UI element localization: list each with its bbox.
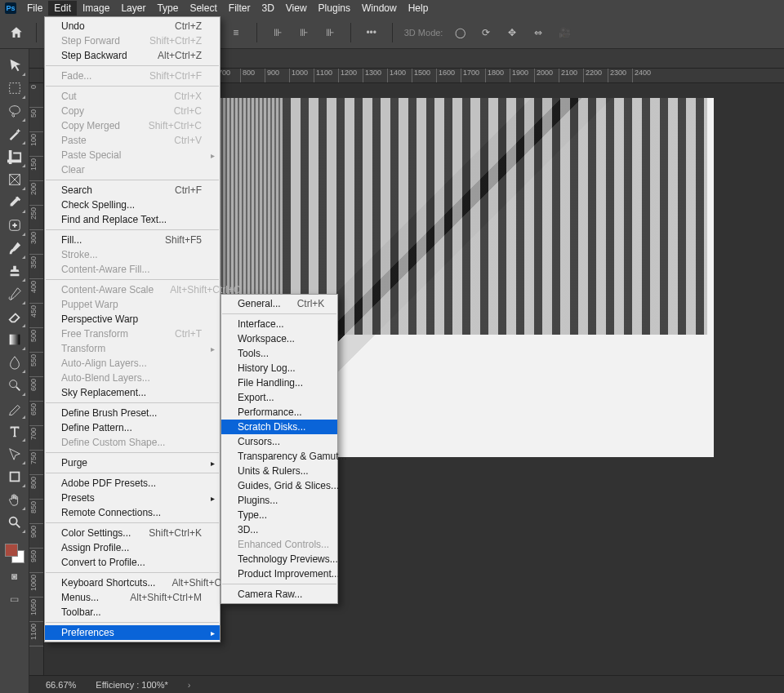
align-space-icon[interactable]: ≡ <box>227 24 245 42</box>
edit-convert-to-profile[interactable]: Convert to Profile... <box>45 555 220 570</box>
status-chevron-icon[interactable]: › <box>188 680 191 690</box>
menu-select[interactable]: Select <box>184 1 222 16</box>
edit-define-custom-shape: Define Custom Shape... <box>45 435 220 450</box>
shape-tool[interactable] <box>5 467 24 486</box>
screen-mode-icon[interactable]: ▭ <box>5 589 24 609</box>
gradient-tool[interactable] <box>5 330 24 349</box>
edit-color-settings[interactable]: Color Settings...Shift+Ctrl+K <box>45 526 220 540</box>
marquee-tool[interactable] <box>5 78 24 98</box>
menu-type[interactable]: Type <box>151 1 184 16</box>
zoom-level[interactable]: 66.67% <box>46 680 76 690</box>
menu-image[interactable]: Image <box>77 1 115 16</box>
lasso-tool[interactable] <box>5 101 24 121</box>
type-tool[interactable] <box>5 421 24 441</box>
prefs-technology-previews[interactable]: Technology Previews... <box>221 552 337 566</box>
blur-tool[interactable] <box>5 353 24 372</box>
edit-purge[interactable]: Purge▸ <box>45 455 220 470</box>
prefs-performance[interactable]: Performance... <box>221 405 337 420</box>
edit-find-and-replace-text[interactable]: Find and Replace Text... <box>45 212 220 227</box>
prefs-export[interactable]: Export... <box>221 390 337 405</box>
prefs-workspace[interactable]: Workspace... <box>221 331 337 346</box>
edit-undo[interactable]: UndoCtrl+Z <box>45 19 220 33</box>
pen-tool[interactable] <box>5 398 24 418</box>
edit-define-pattern[interactable]: Define Pattern... <box>45 420 220 435</box>
stamp-tool[interactable] <box>5 261 24 281</box>
prefs-general[interactable]: General...Ctrl+K <box>221 296 337 311</box>
svg-rect-3 <box>9 335 20 345</box>
3d-pan-icon[interactable]: ✥ <box>503 24 521 42</box>
edit-step-backward[interactable]: Step BackwardAlt+Ctrl+Z <box>45 48 220 63</box>
prefs-camera-raw[interactable]: Camera Raw... <box>221 587 337 602</box>
dodge-tool[interactable] <box>5 375 24 395</box>
menu-view[interactable]: View <box>280 1 313 16</box>
menu-window[interactable]: Window <box>356 1 403 16</box>
prefs-transparency-gamut[interactable]: Transparency & Gamut... <box>221 449 337 464</box>
3d-orbit-icon[interactable]: ◯ <box>451 24 469 42</box>
edit-fill[interactable]: Fill...Shift+F5 <box>45 233 220 247</box>
distribute-space-icon[interactable]: ⊪ <box>321 24 339 42</box>
move-tool[interactable] <box>5 56 24 75</box>
prefs-scratch-disks[interactable]: Scratch Disks... <box>221 420 337 434</box>
prefs-tools[interactable]: Tools... <box>221 346 337 361</box>
frame-tool[interactable] <box>5 170 24 189</box>
3d-zoom-icon[interactable]: 🎥 <box>555 24 573 42</box>
edit-toolbar[interactable]: Toolbar... <box>45 605 220 620</box>
menubar: Ps FileEditImageLayerTypeSelectFilter3DV… <box>0 0 784 16</box>
prefs-cursors[interactable]: Cursors... <box>221 434 337 449</box>
color-swatch[interactable] <box>5 544 24 563</box>
crop-tool[interactable] <box>5 147 24 167</box>
edit-preferences[interactable]: Preferences▸ <box>45 625 220 640</box>
edit-remote-connections[interactable]: Remote Connections... <box>45 505 220 520</box>
edit-keyboard-shortcuts[interactable]: Keyboard Shortcuts...Alt+Shift+Ctrl+K <box>45 575 220 590</box>
prefs-file-handling[interactable]: File Handling... <box>221 375 337 390</box>
menu-edit[interactable]: Edit <box>48 1 77 16</box>
home-button[interactable] <box>8 24 24 41</box>
prefs-plugins[interactable]: Plugins... <box>221 493 337 508</box>
menu-filter[interactable]: Filter <box>223 1 256 16</box>
menu-help[interactable]: Help <box>403 1 434 16</box>
hand-tool[interactable] <box>5 490 24 509</box>
edit-adobe-pdf-presets[interactable]: Adobe PDF Presets... <box>45 476 220 491</box>
eraser-tool[interactable] <box>5 307 24 327</box>
edit-content-aware-fill: Content-Aware Fill... <box>45 262 220 277</box>
prefs-type[interactable]: Type... <box>221 508 337 522</box>
prefs-guides-grid-slices[interactable]: Guides, Grid & Slices... <box>221 478 337 493</box>
efficiency-label[interactable]: Efficiency : 100%* <box>96 680 167 690</box>
quick-mask-icon[interactable]: ◙ <box>5 566 24 586</box>
edit-stroke: Stroke... <box>45 247 220 262</box>
fg-color[interactable] <box>5 544 18 557</box>
prefs-3d[interactable]: 3D... <box>221 522 337 537</box>
3d-slide-icon[interactable]: ⇔ <box>529 24 547 42</box>
edit-sky-replacement[interactable]: Sky Replacement... <box>45 385 220 400</box>
edit-define-brush-preset[interactable]: Define Brush Preset... <box>45 406 220 420</box>
more-options-icon[interactable]: ••• <box>363 24 381 42</box>
prefs-product-improvement[interactable]: Product Improvement... <box>221 566 337 581</box>
prefs-history-log[interactable]: History Log... <box>221 361 337 375</box>
edit-menus[interactable]: Menus...Alt+Shift+Ctrl+M <box>45 590 220 605</box>
edit-presets[interactable]: Presets▸ <box>45 491 220 505</box>
prefs-units-rulers[interactable]: Units & Rulers... <box>221 464 337 478</box>
edit-perspective-warp[interactable]: Perspective Warp <box>45 312 220 327</box>
history-tool[interactable] <box>5 284 24 304</box>
distribute-h-icon[interactable]: ⊪ <box>295 24 313 42</box>
menu-layer[interactable]: Layer <box>115 1 151 16</box>
path-tool[interactable] <box>5 444 24 464</box>
menu-file[interactable]: File <box>21 1 48 16</box>
edit-step-forward: Step ForwardShift+Ctrl+Z <box>45 33 220 48</box>
menu-plugins[interactable]: Plugins <box>313 1 356 16</box>
prefs-interface[interactable]: Interface... <box>221 317 337 331</box>
3d-roll-icon[interactable]: ⟳ <box>477 24 495 42</box>
eyedrop-tool[interactable] <box>5 193 24 212</box>
distribute-v-icon[interactable]: ⊪ <box>269 24 287 42</box>
brush-tool[interactable] <box>5 238 24 258</box>
wand-tool[interactable] <box>5 124 24 144</box>
edit-assign-profile[interactable]: Assign Profile... <box>45 540 220 555</box>
menu-3d[interactable]: 3D <box>256 1 279 16</box>
edit-check-spelling[interactable]: Check Spelling... <box>45 198 220 212</box>
edit-copy: CopyCtrl+C <box>45 104 220 118</box>
ruler-vertical[interactable]: 0501001502002503003504004505005506006507… <box>29 83 44 675</box>
zoom-tool[interactable] <box>5 513 24 532</box>
heal-tool[interactable] <box>5 215 24 235</box>
edit-free-transform: Free TransformCtrl+T <box>45 327 220 341</box>
edit-search[interactable]: SearchCtrl+F <box>45 183 220 198</box>
